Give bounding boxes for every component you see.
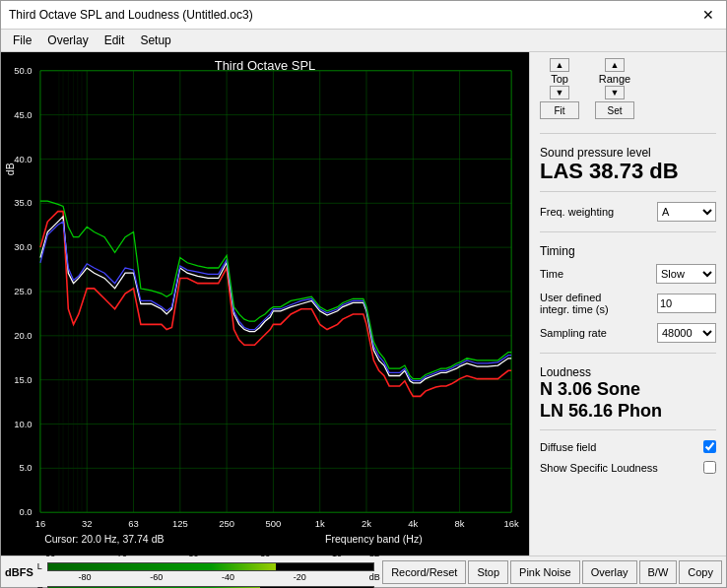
svg-text:35.0: 35.0	[14, 197, 32, 208]
chart-title: Third Octave SPL	[215, 54, 316, 75]
main-content: Third Octave SPL ARTA dB 50.0 45.0 40.0 …	[1, 52, 726, 555]
separator-1	[540, 133, 716, 134]
svg-text:2k: 2k	[362, 518, 371, 529]
loudness-label: Loudness	[540, 365, 716, 379]
svg-text:1k: 1k	[315, 518, 325, 529]
svg-text:32: 32	[82, 518, 93, 529]
time-label: Time	[540, 268, 563, 280]
separator-3	[540, 231, 716, 232]
menu-overlay[interactable]: Overlay	[39, 32, 96, 49]
tick-db-l: dB	[369, 549, 380, 558]
time-select[interactable]: Fast Slow Impulse	[656, 264, 716, 284]
tick-minus80: -80	[79, 572, 92, 582]
l-meter-empty	[276, 563, 373, 570]
separator-4	[540, 353, 716, 354]
dbfs-label: dBFS	[5, 566, 33, 578]
show-specific-row: Show Specific Loudness	[540, 461, 716, 474]
l-meter-row: L	[37, 561, 374, 571]
top-control: ▲ Top ▼ Fit	[540, 58, 579, 119]
window-title: Third Octave SPL and Loudness (Untitled.…	[9, 8, 253, 22]
svg-text:4k: 4k	[408, 518, 418, 529]
svg-text:16k: 16k	[504, 518, 520, 529]
separator-5	[540, 429, 716, 430]
loudness-section: Loudness N 3.06 Sone LN 56.16 Phon	[540, 361, 716, 422]
freq-weighting-label: Freq. weighting	[540, 206, 614, 218]
menu-edit[interactable]: Edit	[97, 32, 133, 49]
record-reset-button[interactable]: Record/Reset	[382, 560, 466, 584]
show-specific-label: Show Specific Loudness	[540, 462, 658, 474]
sampling-rate-label: Sampling rate	[540, 327, 607, 339]
svg-text:125: 125	[172, 518, 188, 529]
tick-minus60: -60	[150, 572, 163, 582]
svg-text:Cursor:  20.0 Hz, 37.74 dB: Cursor: 20.0 Hz, 37.74 dB	[44, 535, 164, 546]
diffuse-field-checkbox[interactable]	[703, 440, 716, 453]
top-up-button[interactable]: ▲	[550, 58, 569, 72]
tick-minus50: -50	[186, 549, 199, 558]
top-label: Top	[551, 72, 568, 86]
chart-area: Third Octave SPL ARTA dB 50.0 45.0 40.0 …	[1, 52, 529, 555]
meter-ticks-bottom: -80 -60 -40 -20 dB	[49, 572, 374, 584]
stop-button[interactable]: Stop	[468, 560, 508, 584]
range-down-button[interactable]: ▼	[605, 86, 625, 99]
loudness-ln-value: LN 56.16 Phon	[540, 401, 716, 423]
svg-text:Frequency band (Hz): Frequency band (Hz)	[325, 535, 423, 546]
right-panel: ▲ Top ▼ Fit ▲ Range ▼ Set Sound pressure…	[529, 52, 726, 555]
bottom-bar: dBFS -90 -70 -50 -30 -10 dB L	[1, 555, 726, 587]
user-defined-label: User definedintegr. time (s)	[540, 292, 609, 315]
close-button[interactable]: ✕	[698, 5, 718, 25]
show-specific-checkbox[interactable]	[703, 461, 716, 474]
l-channel-label: L	[37, 561, 45, 571]
sampling-rate-row: Sampling rate 44100 48000 96000	[540, 323, 716, 343]
sampling-rate-select[interactable]: 44100 48000 96000	[657, 323, 716, 343]
user-defined-row: User definedintegr. time (s)	[540, 292, 716, 315]
diffuse-field-row: Diffuse field	[540, 440, 716, 453]
svg-text:8k: 8k	[455, 518, 465, 529]
tick-minus30: -30	[257, 549, 270, 558]
user-defined-input[interactable]	[657, 294, 716, 313]
svg-text:45.0: 45.0	[14, 109, 32, 120]
svg-text:15.0: 15.0	[14, 374, 32, 385]
l-meter-bar	[47, 562, 374, 571]
range-controls: ▲ Top ▼ Fit ▲ Range ▼ Set	[540, 58, 716, 119]
menu-file[interactable]: File	[5, 32, 39, 49]
svg-text:16: 16	[35, 518, 46, 529]
pink-noise-button[interactable]: Pink Noise	[510, 560, 580, 584]
tick-minus90: -90	[42, 549, 55, 558]
range-up-button[interactable]: ▲	[605, 58, 625, 72]
range-control: ▲ Range ▼ Set	[595, 58, 634, 119]
tick-minus40: -40	[222, 572, 234, 582]
action-buttons: Record/Reset Stop Pink Noise Overlay B/W…	[378, 558, 726, 586]
spl-section: Sound pressure level LAS 38.73 dB	[540, 142, 716, 183]
svg-text:10.0: 10.0	[14, 419, 32, 429]
svg-text:5.0: 5.0	[19, 463, 32, 474]
fit-button[interactable]: Fit	[540, 101, 579, 119]
spl-value: LAS 38.73 dB	[540, 160, 716, 183]
svg-text:40.0: 40.0	[14, 154, 32, 164]
freq-weighting-select[interactable]: A B C Z	[657, 202, 716, 222]
svg-text:50.0: 50.0	[14, 65, 32, 76]
meter-section: dBFS -90 -70 -50 -30 -10 dB L	[1, 549, 378, 588]
loudness-n-value: N 3.06 Sone	[540, 379, 716, 401]
tick-minus20: -20	[294, 572, 306, 582]
svg-text:63: 63	[128, 518, 139, 529]
overlay-button[interactable]: Overlay	[582, 560, 637, 584]
timing-label: Timing	[540, 244, 716, 258]
diffuse-field-label: Diffuse field	[540, 441, 596, 453]
svg-text:30.0: 30.0	[14, 241, 32, 252]
svg-text:dB: dB	[5, 163, 16, 175]
set-button[interactable]: Set	[595, 101, 634, 119]
top-down-button[interactable]: ▼	[550, 86, 569, 99]
time-row: Time Fast Slow Impulse	[540, 264, 716, 284]
separator-2	[540, 191, 716, 192]
bw-button[interactable]: B/W	[639, 560, 678, 584]
menu-bar: File Overlay Edit Setup	[1, 30, 726, 52]
meter-ticks-top: -90 -70 -50 -30 -10 dB	[49, 549, 374, 560]
svg-text:0.0: 0.0	[19, 506, 32, 517]
title-bar: Third Octave SPL and Loudness (Untitled.…	[1, 1, 726, 30]
copy-button[interactable]: Copy	[679, 560, 722, 584]
meter-bars: -90 -70 -50 -30 -10 dB L -80 -6	[37, 549, 374, 588]
menu-setup[interactable]: Setup	[132, 32, 178, 49]
tick-minus70: -70	[114, 549, 127, 558]
svg-text:500: 500	[266, 518, 282, 529]
freq-weighting-row: Freq. weighting A B C Z	[540, 202, 716, 222]
